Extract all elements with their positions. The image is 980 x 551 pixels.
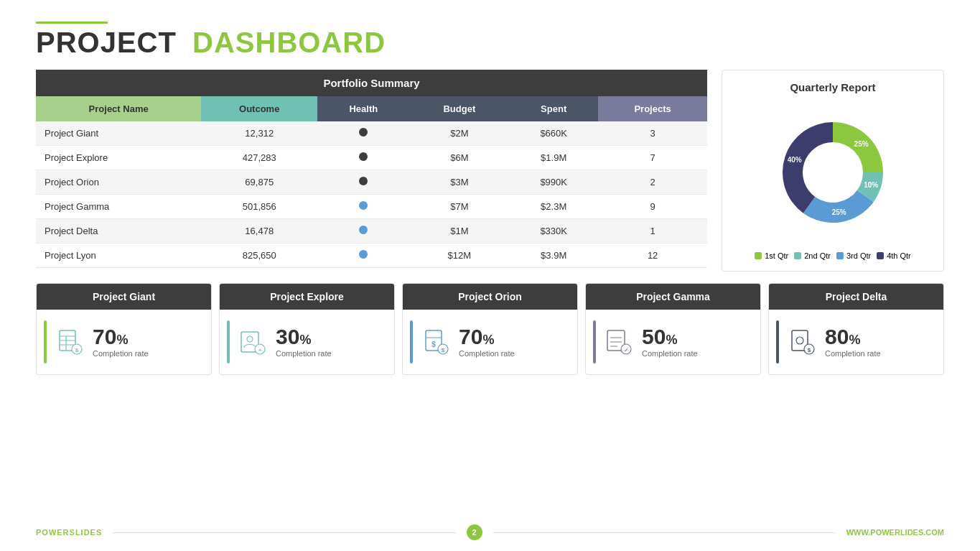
header-accent-line [36,22,108,24]
card-body: $ 70% Completion rate [37,310,211,374]
donut-segment-4 [783,122,833,213]
donut-segment-3 [803,190,874,223]
card-title: Project Explore [220,284,394,310]
brand-word1: POWER [36,528,70,537]
cell-health [317,170,409,195]
completion-percent: 70% [93,326,149,348]
project-card-3: Project Orion $ $ 70% Completion rate [402,283,578,375]
legend-label: 3rd Qtr [846,251,871,260]
cell-spent: $990K [509,170,598,195]
table-row: Project Explore 427,283 $6M $1.9M 7 [36,146,707,170]
svg-text:$: $ [808,347,811,353]
cell-health [317,146,409,170]
card-title: Project Delta [769,284,943,310]
cell-health [317,219,409,244]
svg-point-23 [796,337,803,344]
cell-name: Project Giant [36,121,201,146]
cell-outcome: 69,875 [201,170,317,195]
cell-name: Project Explore [36,146,201,170]
main-content: Portfolio Summary Project Name Outcome H… [36,70,944,272]
quarterly-section: Quarterly Report 25%10%25%40% 1st Qtr 2n… [722,70,944,272]
brand-word2: SLIDES [70,528,103,537]
cell-projects: 3 [598,121,707,146]
legend-dot [755,252,762,259]
cell-outcome: 16,478 [201,219,317,244]
cell-budget: $7M [410,195,510,219]
cell-outcome: 501,856 [201,195,317,219]
completion-label: Completion rate [825,349,881,358]
legend-label: 4th Qtr [887,251,911,260]
card-accent-bar [44,320,47,364]
legend-dot [836,252,844,259]
chart-legend: 1st Qtr 2nd Qtr 3rd Qtr 4th Qtr [755,251,911,260]
cell-health [317,195,409,219]
cell-budget: $12M [410,244,510,268]
completion-label: Completion rate [276,349,332,358]
col-projects: Projects [598,96,707,121]
project-card-5: Project Delta $ 80% Completion rate [768,283,944,375]
svg-point-8 [247,336,253,342]
cell-spent: $1.9M [509,146,598,170]
legend-dot [794,252,801,259]
svg-text:$: $ [431,341,436,348]
card-body: ✓ 50% Completion rate [586,310,760,374]
card-body: + 30% Completion rate [220,310,394,374]
card-accent-bar [410,320,413,364]
legend-dot [877,252,884,259]
card-stats: 70% Completion rate [459,326,515,358]
cell-projects: 7 [598,146,707,170]
card-icon: $ [54,326,85,358]
card-icon: + [237,326,269,358]
page-title: PROJECT DASHBOARD [36,28,944,57]
title-word1: PROJECT [36,27,177,58]
legend-label: 2nd Qtr [804,251,831,260]
footer: POWERSLIDES 2 WWW.POWERLIDES.COM [36,524,944,540]
card-icon: $ [786,326,818,358]
quarterly-title: Quarterly Report [790,81,875,93]
cell-budget: $3M [410,170,510,195]
title-word2: DASHBOARD [192,27,386,58]
donut-label-4: 40% [788,156,802,164]
svg-text:+: + [258,347,262,353]
project-cards: Project Giant $ 70% Completion rate Proj… [36,283,944,375]
col-budget: Budget [410,96,510,121]
donut-label-3: 25% [832,208,846,216]
health-dot [359,152,368,161]
col-health: Health [317,96,409,121]
cell-projects: 9 [598,195,707,219]
project-card-2: Project Explore + 30% Completion rate [219,283,395,375]
col-project-name: Project Name [36,96,201,121]
legend-item-3: 3rd Qtr [836,251,871,260]
cell-budget: $1M [410,219,510,244]
health-dot [359,128,368,136]
card-title: Project Gamma [586,284,760,310]
table-row: Project Lyon 825,650 $12M $3.9M 12 [36,244,707,268]
cell-outcome: 825,650 [201,244,317,268]
cell-name: Project Lyon [36,244,201,268]
table-row: Project Delta 16,478 $1M $330K 1 [36,219,707,244]
card-stats: 80% Completion rate [825,326,881,358]
cell-outcome: 427,283 [201,146,317,170]
table-row: Project Giant 12,312 $2M $660K 3 [36,121,707,146]
cell-spent: $2.3M [509,195,598,219]
cell-name: Project Delta [36,219,201,244]
card-accent-bar [593,320,596,364]
completion-percent: 70% [459,326,515,348]
card-title: Project Orion [403,284,577,310]
svg-text:$: $ [75,347,79,353]
card-accent-bar [776,320,779,364]
footer-line-left [113,532,455,533]
health-dot [359,201,368,210]
health-dot [359,250,368,259]
portfolio-table: Portfolio Summary Project Name Outcome H… [36,70,707,268]
completion-percent: 50% [642,326,698,348]
page: PROJECT DASHBOARD Portfolio Summary Proj… [0,0,980,551]
legend-item-2: 2nd Qtr [794,251,831,260]
legend-item-1: 1st Qtr [755,251,788,260]
cell-health [317,121,409,146]
card-body: $ $ 70% Completion rate [403,310,577,374]
card-icon: $ $ [420,326,452,358]
svg-text:✓: ✓ [624,348,628,353]
col-outcome: Outcome [201,96,317,121]
legend-label: 1st Qtr [765,251,788,260]
